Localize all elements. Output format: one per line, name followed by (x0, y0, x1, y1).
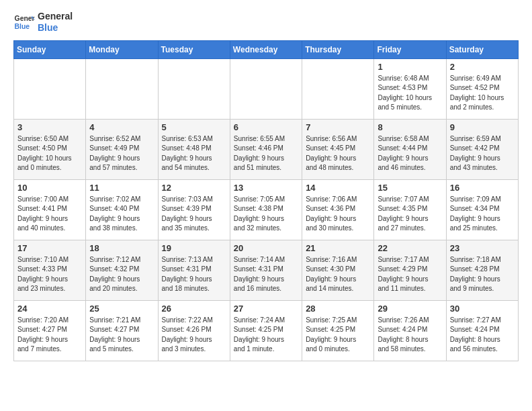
calendar-cell-w0-d5: 1Sunrise: 6:48 AMSunset: 4:53 PMDaylight… (374, 58, 446, 119)
day-info: Sunrise: 7:17 AMSunset: 4:29 PMDaylight:… (378, 255, 442, 294)
calendar-cell-w2-d1: 11Sunrise: 7:02 AMSunset: 4:40 PMDayligh… (86, 179, 158, 240)
weekday-header-sunday: Sunday (14, 40, 86, 58)
weekday-header-monday: Monday (86, 40, 158, 58)
day-info: Sunrise: 7:22 AMSunset: 4:26 PMDaylight:… (162, 316, 226, 355)
day-info: Sunrise: 7:20 AMSunset: 4:27 PMDaylight:… (17, 316, 82, 355)
day-info: Sunrise: 7:10 AMSunset: 4:33 PMDaylight:… (17, 255, 82, 294)
day-info: Sunrise: 6:52 AMSunset: 4:49 PMDaylight:… (89, 134, 154, 173)
day-info: Sunrise: 7:12 AMSunset: 4:32 PMDaylight:… (89, 255, 154, 294)
calendar-cell-w0-d2 (158, 58, 230, 119)
calendar-cell-w4-d4: 28Sunrise: 7:25 AMSunset: 4:25 PMDayligh… (302, 300, 374, 361)
day-number: 25 (89, 304, 154, 314)
calendar-cell-w1-d4: 7Sunrise: 6:56 AMSunset: 4:45 PMDaylight… (302, 119, 374, 179)
logo-general: General (38, 11, 73, 22)
calendar-cell-w2-d2: 12Sunrise: 7:03 AMSunset: 4:39 PMDayligh… (158, 179, 230, 240)
logo: General Blue General Blue (13, 11, 73, 34)
calendar-cell-w0-d3 (230, 58, 302, 119)
calendar-cell-w4-d1: 25Sunrise: 7:21 AMSunset: 4:27 PMDayligh… (86, 300, 158, 361)
day-number: 19 (162, 243, 226, 253)
weekday-header-friday: Friday (374, 40, 446, 58)
calendar-cell-w3-d3: 20Sunrise: 7:14 AMSunset: 4:31 PMDayligh… (230, 240, 302, 300)
logo-icon: General Blue (13, 11, 35, 33)
day-number: 17 (17, 243, 82, 253)
day-info: Sunrise: 6:49 AMSunset: 4:52 PMDaylight:… (450, 74, 515, 113)
calendar-cell-w0-d0 (14, 58, 86, 119)
day-number: 30 (450, 304, 515, 314)
day-info: Sunrise: 7:16 AMSunset: 4:30 PMDaylight:… (306, 255, 370, 294)
day-info: Sunrise: 7:14 AMSunset: 4:31 PMDaylight:… (234, 255, 298, 294)
day-info: Sunrise: 7:00 AMSunset: 4:41 PMDaylight:… (17, 195, 82, 234)
calendar-cell-w4-d2: 26Sunrise: 7:22 AMSunset: 4:26 PMDayligh… (158, 300, 230, 361)
day-number: 15 (378, 183, 442, 193)
day-number: 5 (162, 122, 226, 132)
calendar-cell-w4-d0: 24Sunrise: 7:20 AMSunset: 4:27 PMDayligh… (14, 300, 86, 361)
day-info: Sunrise: 7:06 AMSunset: 4:36 PMDaylight:… (306, 195, 370, 234)
day-number: 28 (306, 304, 370, 314)
calendar-cell-w0-d4 (302, 58, 374, 119)
day-number: 14 (306, 183, 370, 193)
day-number: 22 (378, 243, 442, 253)
calendar-cell-w1-d6: 9Sunrise: 6:59 AMSunset: 4:42 PMDaylight… (446, 119, 518, 179)
calendar-cell-w2-d0: 10Sunrise: 7:00 AMSunset: 4:41 PMDayligh… (14, 179, 86, 240)
calendar-cell-w3-d6: 23Sunrise: 7:18 AMSunset: 4:28 PMDayligh… (446, 240, 518, 300)
calendar-cell-w1-d3: 6Sunrise: 6:55 AMSunset: 4:46 PMDaylight… (230, 119, 302, 179)
day-number: 23 (450, 243, 515, 253)
calendar-cell-w2-d3: 13Sunrise: 7:05 AMSunset: 4:38 PMDayligh… (230, 179, 302, 240)
day-info: Sunrise: 6:58 AMSunset: 4:44 PMDaylight:… (378, 134, 442, 173)
day-number: 21 (306, 243, 370, 253)
calendar-cell-w1-d2: 5Sunrise: 6:53 AMSunset: 4:48 PMDaylight… (158, 119, 230, 179)
calendar-cell-w2-d6: 16Sunrise: 7:09 AMSunset: 4:34 PMDayligh… (446, 179, 518, 240)
day-info: Sunrise: 7:07 AMSunset: 4:35 PMDaylight:… (378, 195, 442, 234)
calendar-cell-w4-d5: 29Sunrise: 7:26 AMSunset: 4:24 PMDayligh… (374, 300, 446, 361)
weekday-header-wednesday: Wednesday (230, 40, 302, 58)
day-number: 8 (378, 122, 442, 132)
day-number: 26 (162, 304, 226, 314)
header-area: General Blue General Blue (13, 11, 519, 34)
day-number: 3 (17, 122, 82, 132)
day-number: 2 (450, 62, 515, 72)
calendar-cell-w0-d1 (86, 58, 158, 119)
day-number: 16 (450, 183, 515, 193)
day-info: Sunrise: 6:48 AMSunset: 4:53 PMDaylight:… (378, 74, 442, 113)
day-info: Sunrise: 7:13 AMSunset: 4:31 PMDaylight:… (162, 255, 226, 294)
day-info: Sunrise: 6:59 AMSunset: 4:42 PMDaylight:… (450, 134, 515, 173)
day-info: Sunrise: 7:25 AMSunset: 4:25 PMDaylight:… (306, 316, 370, 355)
day-number: 7 (306, 122, 370, 132)
calendar-cell-w3-d0: 17Sunrise: 7:10 AMSunset: 4:33 PMDayligh… (14, 240, 86, 300)
calendar-table: SundayMondayTuesdayWednesdayThursdayFrid… (13, 40, 519, 361)
calendar-cell-w1-d1: 4Sunrise: 6:52 AMSunset: 4:49 PMDaylight… (86, 119, 158, 179)
weekday-header-saturday: Saturday (446, 40, 518, 58)
day-number: 24 (17, 304, 82, 314)
day-number: 10 (17, 183, 82, 193)
calendar-cell-w4-d6: 30Sunrise: 7:27 AMSunset: 4:24 PMDayligh… (446, 300, 518, 361)
day-number: 12 (162, 183, 226, 193)
weekday-header-tuesday: Tuesday (158, 40, 230, 58)
day-number: 20 (234, 243, 298, 253)
day-info: Sunrise: 7:03 AMSunset: 4:39 PMDaylight:… (162, 195, 226, 234)
calendar-cell-w3-d5: 22Sunrise: 7:17 AMSunset: 4:29 PMDayligh… (374, 240, 446, 300)
day-number: 1 (378, 62, 442, 72)
weekday-header-thursday: Thursday (302, 40, 374, 58)
calendar-cell-w3-d1: 18Sunrise: 7:12 AMSunset: 4:32 PMDayligh… (86, 240, 158, 300)
calendar-cell-w2-d5: 15Sunrise: 7:07 AMSunset: 4:35 PMDayligh… (374, 179, 446, 240)
day-number: 6 (234, 122, 298, 132)
logo-blue: Blue (38, 22, 73, 34)
calendar-cell-w1-d0: 3Sunrise: 6:50 AMSunset: 4:50 PMDaylight… (14, 119, 86, 179)
calendar-cell-w0-d6: 2Sunrise: 6:49 AMSunset: 4:52 PMDaylight… (446, 58, 518, 119)
day-info: Sunrise: 6:50 AMSunset: 4:50 PMDaylight:… (17, 134, 82, 173)
day-number: 4 (89, 122, 154, 132)
day-info: Sunrise: 7:24 AMSunset: 4:25 PMDaylight:… (234, 316, 298, 355)
day-info: Sunrise: 7:21 AMSunset: 4:27 PMDaylight:… (89, 316, 154, 355)
day-info: Sunrise: 7:27 AMSunset: 4:24 PMDaylight:… (450, 316, 515, 355)
day-info: Sunrise: 6:55 AMSunset: 4:46 PMDaylight:… (234, 134, 298, 173)
day-number: 13 (234, 183, 298, 193)
day-number: 29 (378, 304, 442, 314)
day-info: Sunrise: 6:53 AMSunset: 4:48 PMDaylight:… (162, 134, 226, 173)
day-info: Sunrise: 7:05 AMSunset: 4:38 PMDaylight:… (234, 195, 298, 234)
day-info: Sunrise: 7:09 AMSunset: 4:34 PMDaylight:… (450, 195, 515, 234)
day-info: Sunrise: 7:26 AMSunset: 4:24 PMDaylight:… (378, 316, 442, 355)
calendar-cell-w3-d2: 19Sunrise: 7:13 AMSunset: 4:31 PMDayligh… (158, 240, 230, 300)
day-info: Sunrise: 6:56 AMSunset: 4:45 PMDaylight:… (306, 134, 370, 173)
day-info: Sunrise: 7:18 AMSunset: 4:28 PMDaylight:… (450, 255, 515, 294)
calendar-cell-w3-d4: 21Sunrise: 7:16 AMSunset: 4:30 PMDayligh… (302, 240, 374, 300)
